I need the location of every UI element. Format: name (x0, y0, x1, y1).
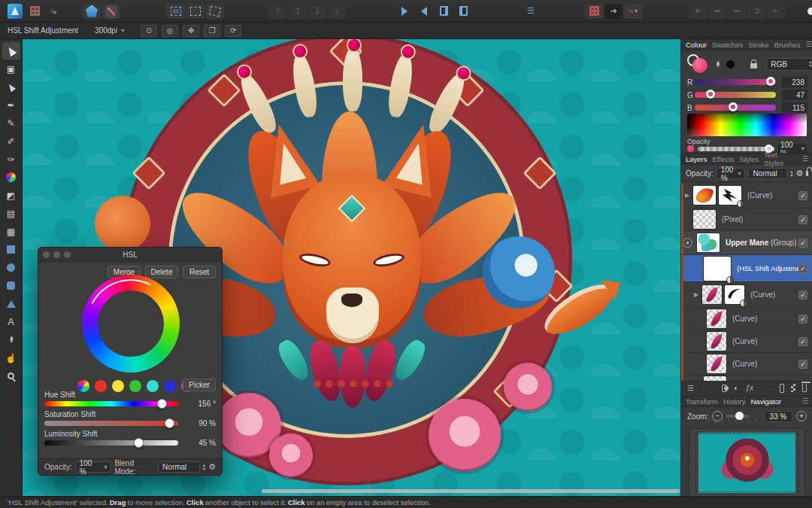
replace-selection-icon[interactable]: ➲ (747, 4, 765, 19)
expand-arrow-icon[interactable]: ▶ (690, 291, 702, 298)
hue-colour-wheel[interactable] (82, 275, 180, 373)
visibility-checkbox[interactable]: ✓ (798, 239, 807, 248)
pencil-tool-icon[interactable]: ✎ (2, 114, 20, 132)
saturation-shift-slider[interactable]: 90 % (44, 421, 178, 426)
adjustment-thumbnail[interactable] (704, 257, 731, 281)
grid-icon[interactable] (585, 4, 603, 19)
layer-row[interactable]: (Pixel) ✓ (681, 208, 812, 231)
cycle-selection-icon[interactable]: ⟳ (225, 25, 241, 37)
move-backward-icon[interactable]: ↧ (308, 4, 326, 19)
cursor-toggle-icon[interactable]: ➔ (604, 4, 623, 19)
zoom-tool-icon[interactable] (2, 367, 20, 385)
selection-box-icon[interactable] (167, 4, 185, 19)
visibility-checkbox[interactable]: ✓ (798, 215, 807, 224)
mask-thumbnail[interactable] (719, 186, 741, 205)
dpi-dropdown[interactable]: 300dpi▾ (95, 26, 124, 35)
rotate-left-icon[interactable] (435, 4, 453, 19)
add-to-selection-icon[interactable]: ➳ (767, 4, 785, 19)
insert-on-top-icon[interactable]: ➥ (708, 4, 726, 19)
layer-thumbnail[interactable] (707, 354, 726, 373)
insert-behind-icon[interactable]: ➤ (689, 4, 707, 19)
blend-stepper-icon[interactable]: ▴▾ (790, 170, 792, 178)
layer-thumbnail[interactable] (693, 186, 716, 205)
layer-thumbnail[interactable] (707, 309, 726, 328)
tab-layers[interactable]: Layers (686, 155, 707, 163)
artistic-text-tool-icon[interactable]: A (2, 313, 20, 330)
rotate-right-icon[interactable] (454, 4, 472, 19)
tab-colour[interactable]: Colour (686, 41, 707, 49)
mask-thumbnail[interactable] (725, 285, 744, 304)
navigator-thumbnail[interactable] (689, 428, 805, 497)
hue-shift-slider[interactable]: 156 ° (44, 401, 178, 406)
zoom-slider[interactable] (726, 415, 749, 418)
transform-mode-icon[interactable] (206, 4, 224, 19)
fill-stroke-swatch[interactable] (687, 54, 710, 74)
collapse-arrow-icon[interactable]: ▾ (683, 238, 692, 248)
picked-colour-swatch[interactable] (726, 59, 735, 69)
lock-icon[interactable] (750, 63, 757, 68)
green-slider[interactable]: G 47 (687, 90, 807, 100)
layer-effects-icon[interactable]: ƒx (745, 384, 753, 392)
blend-mode-dropdown[interactable]: Normal (158, 461, 200, 473)
layers-opacity-dropdown[interactable]: 100 %▾ (717, 168, 746, 179)
delete-layer-icon[interactable] (802, 384, 807, 392)
lock-icon[interactable] (806, 171, 808, 176)
move-forward-icon[interactable]: ↥ (289, 4, 307, 19)
transform-origin-icon[interactable]: ⊙ (141, 25, 157, 37)
colour-wheel-tool-icon[interactable] (2, 169, 20, 186)
layer-row[interactable]: (Curve) ✓ (681, 330, 812, 353)
vector-brush-tool-icon[interactable]: ✐ (2, 132, 20, 150)
snapping-options-icon[interactable]: ⤷▾ (624, 4, 642, 19)
tab-styles[interactable]: Styles (739, 155, 759, 163)
artboard-tool-icon[interactable]: ▣ (2, 60, 20, 78)
picker-button[interactable]: Picker (183, 379, 216, 391)
colour-picker-tool-icon[interactable]: ✒ (2, 331, 20, 349)
new-layer-icon[interactable] (780, 384, 784, 393)
layer-thumbnail[interactable] (707, 332, 726, 351)
layer-thumbnail[interactable] (697, 233, 720, 252)
layers-blend-dropdown[interactable]: Normal (748, 168, 787, 179)
pixel-persona-icon[interactable] (102, 4, 120, 19)
luminosity-shift-slider[interactable]: 45 % (44, 440, 178, 446)
tab-transform[interactable]: Transform (686, 397, 718, 406)
triangle-tool-icon[interactable] (2, 295, 20, 312)
hue-shift-knob[interactable] (157, 399, 167, 409)
luminosity-shift-knob[interactable] (134, 438, 144, 448)
move-tool-icon[interactable] (2, 42, 20, 59)
reset-button[interactable]: Reset (183, 266, 216, 278)
transparency-tool-icon[interactable]: ◩ (2, 187, 20, 204)
gear-icon[interactable]: ⚙ (208, 462, 216, 472)
layer-row[interactable]: ▶ (Curve) ✓ (681, 282, 812, 308)
layer-thumbnail[interactable] (702, 285, 722, 304)
visibility-checkbox[interactable]: ✓ (798, 360, 807, 369)
designer-persona-icon[interactable] (83, 4, 101, 19)
transform-separately-icon[interactable]: ❐ (204, 25, 220, 37)
move-to-front-icon[interactable]: ⤒ (269, 4, 287, 19)
layer-options-icon[interactable]: ☰ (687, 384, 694, 392)
place-image-tool-icon[interactable]: ▤ (2, 205, 20, 222)
hsl-dialog-titlebar[interactable]: HSL (38, 248, 222, 262)
panel-menu-icon[interactable]: ☰ (802, 397, 808, 405)
visibility-checkbox[interactable]: ✓ (798, 191, 807, 200)
tab-brushes[interactable]: Brushes (774, 41, 801, 49)
navigator-viewbox[interactable] (695, 433, 798, 492)
open-documents-icon[interactable] (26, 4, 44, 19)
alignment-icon[interactable]: ☰ (522, 4, 540, 19)
layer-row[interactable]: (Curve) ✓ (681, 308, 812, 330)
affinity-logo-icon[interactable] (6, 4, 24, 19)
tab-history[interactable]: History (723, 397, 746, 406)
tab-effects[interactable]: Effects (713, 155, 735, 163)
layer-row-group[interactable]: ▾ Upper Mane (Group) ✓ (681, 231, 812, 255)
hide-selection-icon[interactable]: ◎ (162, 25, 178, 37)
pen-tool-icon[interactable]: ✒ (2, 96, 20, 114)
rounded-rectangle-tool-icon[interactable] (2, 277, 20, 294)
dialog-opacity-dropdown[interactable]: 100 %▾ (75, 461, 112, 473)
flip-vertical-icon[interactable] (415, 4, 433, 19)
layer-thumbnail[interactable] (693, 210, 716, 229)
opacity-slider[interactable] (698, 147, 774, 151)
gear-icon[interactable]: ⚙ (795, 169, 803, 178)
rectangle-tool-icon[interactable] (2, 241, 20, 258)
visibility-checkbox[interactable]: ✓ (798, 315, 807, 324)
blue-slider[interactable]: B 115 (687, 102, 807, 113)
ellipse-tool-icon[interactable] (2, 259, 20, 276)
